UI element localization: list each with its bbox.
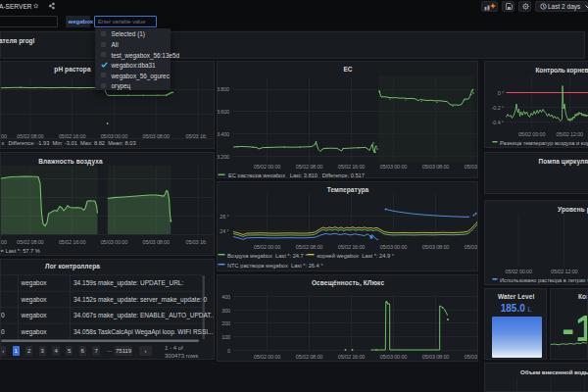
svg-text:05/03 08:00: 05/03 08:00 [421,244,448,250]
svg-text:00: 00 [1,238,7,244]
svg-text:-0.2 °: -0.2 ° [492,105,504,111]
svg-text:05/03 00:00: 05/03 00:00 [379,354,406,360]
svg-text:05/02 08:00: 05/02 08:00 [295,244,321,250]
svg-text:05/03 00:00: 05/03 00:00 [379,164,406,170]
svg-text:wegabox: wegabox [21,296,48,304]
svg-text:00: 00 [1,133,7,139]
svg-text:05/02 16:00: 05/02 16:00 [59,238,85,244]
svg-text:x: x [2,140,5,146]
svg-text:EC раствора wegabox Last: 3.: EC раствора wegabox Last: 3.810 Differen… [228,172,365,178]
svg-text:26 °: 26 ° [220,214,228,220]
svg-text:0: 0 [1,312,5,318]
svg-text:300: 300 [221,307,230,313]
svg-text:Last *: 57.7 %: Last *: 57.7 % [6,248,40,254]
svg-text:Воздуха wegabox Last *: 24.7: Воздуха wegabox Last *: 24.7 ° [227,253,308,259]
svg-text:Разница температур воздуха и к: Разница температур воздуха и корне [500,140,588,146]
svg-text:wegabox: wegabox [21,279,48,287]
svg-text:05/02 08:00: 05/02 08:00 [295,354,321,360]
svg-text:wegabox: wegabox [21,328,48,336]
svg-text:wegabox: wegabox [21,312,48,319]
svg-text:400: 400 [221,293,230,299]
svg-text:100: 100 [221,333,230,339]
svg-text:3.200: 3.200 [218,154,229,160]
svg-text:05/02 00:00: 05/02 00:00 [253,354,279,360]
svg-text:Использовано раствора в литрах: Использовано раствора в литрах we [500,276,588,282]
svg-text:05/03 16:00: 05/03 16:00 [464,354,477,360]
svg-text:05/03 08:00: 05/03 08:00 [142,133,169,139]
svg-text:-0.4 °: -0.4 ° [492,120,504,125]
svg-text:05/02 00:00: 05/02 00:00 [253,164,279,170]
svg-text:05/02 00:00: 05/02 00:00 [253,244,279,250]
svg-text:05/03 16:: 05/03 16: [186,133,208,139]
svg-text:200: 200 [221,319,230,325]
svg-text:05/03 16:: 05/03 16: [186,238,208,244]
svg-text:05/02 00:00: 05/02 00:00 [505,268,531,273]
svg-text:3.600: 3.600 [218,109,229,115]
svg-text:05/02 08:00: 05/02 08:00 [17,133,43,139]
svg-text:24 °: 24 ° [220,228,228,234]
svg-text:корней wegabox Last *: 24.9 °: корней wegabox Last *: 24.9 ° [317,253,394,259]
svg-text:05/02 00:00: 05/02 00:00 [518,131,545,137]
svg-text:0 °: 0 ° [498,90,504,96]
svg-text:05/02 16:00: 05/02 16:00 [337,164,364,170]
svg-text:05/03 16:00: 05/03 16:00 [464,244,477,250]
svg-text:Difference: -1.93 Min: -3.01: Difference: -1.93 Min: -3.01 Max: 8.82 M… [9,140,136,146]
svg-text:05/02 08:00: 05/02 08:00 [295,164,321,170]
svg-text:05/02 16:00: 05/02 16:00 [59,133,85,139]
svg-text:05/03 00:00: 05/03 00:00 [101,133,127,139]
svg-text:05/02 12:00: 05/02 12:00 [551,268,577,273]
svg-text:34.067s make_update: ENABLE_AU: 34.067s make_update: ENABLE_AUTO_UPDAT..… [74,312,215,319]
svg-text:05/03 08:00: 05/03 08:00 [421,354,448,360]
svg-text:05/03 00:00: 05/03 00:00 [101,238,127,244]
svg-text:05/03 08:00: 05/03 08:00 [142,238,169,244]
svg-text:3.800: 3.800 [218,86,229,92]
svg-text:05/03 08:00: 05/03 08:00 [421,164,448,170]
svg-text:05/03 16:00: 05/03 16:00 [464,164,477,170]
svg-text:34.058s TaskCalcApi WegaApi lo: 34.058s TaskCalcApi WegaApi loop. WIFI R… [74,328,214,336]
svg-text:34.159s make_update: UPDATE_UR: 34.159s make_update: UPDATE_URL: [74,279,183,287]
svg-text:0: 0 [227,347,230,353]
svg-text:05/02 16:00: 05/02 16:00 [337,354,364,360]
svg-text:NTC раствора wegabox Last *:: NTC раствора wegabox Last *: 26.4 ° [227,263,323,269]
svg-text:3.400: 3.400 [218,131,229,137]
svg-text:05/02 12:00: 05/02 12:00 [557,131,583,137]
svg-text:05/02 08:00: 05/02 08:00 [17,238,43,244]
svg-text:0: 0 [1,328,5,335]
svg-text:05/03 00:00: 05/03 00:00 [379,244,406,250]
svg-text:34.152s make_update: server_ma: 34.152s make_update: server_make_update:… [74,296,208,304]
svg-text:05/02 16:00: 05/02 16:00 [337,244,364,250]
